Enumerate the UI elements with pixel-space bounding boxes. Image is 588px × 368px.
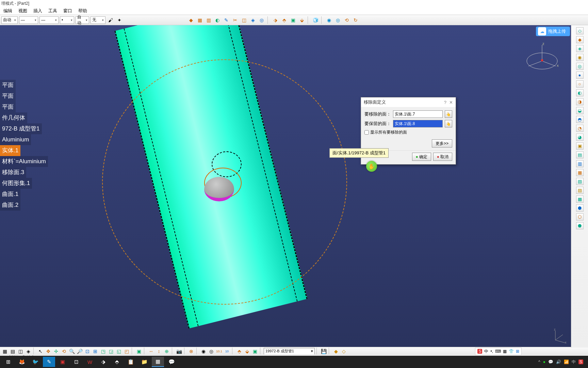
btool-icon[interactable]: 10.1 — [216, 348, 223, 355]
tray-icon[interactable]: ^ — [538, 359, 540, 364]
faces-to-remove-input[interactable]: 实体.1\面.7 — [393, 110, 443, 118]
tray-icon[interactable]: 🔊 — [556, 359, 561, 364]
combo-linestyle1[interactable]: — — [19, 16, 38, 24]
tool-g[interactable]: ◫ — [240, 16, 248, 24]
normal-view-icon[interactable]: ⊡ — [84, 348, 91, 355]
select-icon[interactable]: ↖ — [37, 348, 44, 355]
tool-i[interactable]: ◎ — [258, 16, 265, 24]
rtool-icon[interactable]: ▨ — [576, 187, 584, 194]
menu-edit[interactable]: 编辑 — [1, 7, 14, 15]
combo-auto[interactable]: 自动 — [1, 16, 18, 24]
tree-item-selected[interactable]: 实体.1 — [0, 145, 20, 156]
ime-icon[interactable]: 👕 — [509, 349, 514, 354]
rtool-icon[interactable]: ● — [576, 72, 584, 79]
save-icon[interactable]: 💾 — [320, 348, 327, 355]
start-icon[interactable]: ⊞ — [2, 357, 14, 367]
faces-to-keep-input[interactable]: 实体.1\面.8 — [393, 120, 443, 127]
combo-linestyle2[interactable]: — — [39, 16, 59, 24]
viewport[interactable]: 平面 平面 平面 件几何体 972-B 成型管1 Aluminium 实体.1 … — [0, 25, 588, 348]
pick-icon[interactable]: 👆 — [445, 120, 452, 127]
btool-icon[interactable]: ▣ — [135, 348, 142, 355]
tool-a[interactable]: ◆ — [187, 16, 195, 24]
tree-item[interactable]: 平面 — [0, 102, 16, 112]
tool-d[interactable]: ◐ — [214, 16, 221, 24]
tool-n[interactable]: 🧊 — [312, 16, 319, 24]
btool-icon[interactable]: ▤ — [9, 348, 16, 355]
hide-icon[interactable]: ◰ — [123, 348, 130, 355]
rtool-icon[interactable]: ◇ — [576, 27, 584, 34]
menu-help[interactable]: 帮助 — [76, 7, 89, 15]
wechat-icon[interactable]: 💬 — [165, 357, 178, 367]
fit-icon[interactable]: ✥ — [45, 348, 52, 355]
rtool-icon[interactable]: ◐ — [576, 89, 584, 96]
tree-item[interactable]: 何图形集.1 — [0, 178, 32, 189]
ime-icon[interactable]: •, — [490, 349, 493, 354]
rtool-icon[interactable]: ◆ — [576, 36, 584, 43]
tree-item[interactable]: Aluminium — [0, 134, 31, 145]
btool-icon[interactable]: ◉ — [200, 348, 207, 355]
wps-icon[interactable]: W — [84, 357, 96, 367]
help-icon[interactable]: ? — [444, 100, 446, 105]
tree-item[interactable]: 972-B 成型管1 — [0, 123, 42, 134]
menu-insert[interactable]: 插入 — [31, 7, 44, 15]
ime-toolbar[interactable]: S 中 •, ⌨ ▦ 👕 ⊞ — [475, 348, 522, 355]
rtool-icon[interactable]: ⬣ — [576, 222, 584, 229]
multi-view-icon[interactable]: ⊞ — [92, 348, 99, 355]
tool-m[interactable]: ⬙ — [298, 16, 306, 24]
app-icon[interactable]: 🐦 — [29, 357, 42, 367]
ok-button[interactable]: ●确定 — [412, 153, 431, 161]
combo-point[interactable]: • — [60, 16, 74, 24]
btool-icon[interactable]: ⬘ — [236, 348, 243, 355]
ime-icon[interactable]: ▦ — [503, 349, 507, 354]
tree-item[interactable]: 移除面.3 — [0, 167, 26, 178]
app-icon[interactable]: ⬗ — [97, 357, 110, 367]
rtool-icon[interactable]: ▥ — [576, 160, 584, 167]
brush-icon[interactable]: ✦ — [116, 16, 123, 24]
camera-icon[interactable]: 📷 — [176, 348, 182, 355]
tool-l[interactable]: ▣ — [289, 16, 297, 24]
btool-icon[interactable]: 10 — [224, 348, 230, 355]
dialog-titlebar[interactable]: 移除面定义 ? ✕ — [361, 97, 456, 107]
rtool-icon[interactable]: ⬡ — [576, 213, 584, 220]
btool-icon[interactable]: ◫ — [17, 348, 24, 355]
rotate-icon[interactable]: ⟲ — [61, 348, 67, 355]
rtool-icon[interactable]: ▧ — [576, 178, 584, 185]
paint-icon[interactable]: 🖌 — [107, 16, 114, 24]
btool-icon[interactable]: ◆ — [332, 348, 339, 355]
btool-icon[interactable]: ◈ — [25, 348, 32, 355]
tool-b[interactable]: ▦ — [196, 16, 203, 24]
combo-auto2[interactable]: 自动 — [76, 16, 89, 24]
zoom-in-icon[interactable]: 🔍 — [68, 348, 75, 355]
system-tray[interactable]: ^ ● 💬 🔊 📶 中 S — [538, 359, 586, 365]
iso-icon[interactable]: ◳ — [100, 348, 107, 355]
tray-icon[interactable]: 💬 — [548, 359, 553, 364]
tool-q[interactable]: ⟲ — [343, 16, 350, 24]
ime-lang[interactable]: 中 — [484, 349, 488, 354]
part-combo[interactable]: 19972-B 成型管1▾ — [264, 348, 315, 355]
tool-p[interactable]: ◎ — [334, 16, 342, 24]
upload-button[interactable]: ☁ 拖拽上传 — [536, 27, 570, 36]
tree-item[interactable]: 曲面.2 — [0, 200, 20, 211]
hole-face[interactable] — [204, 177, 234, 201]
rtool-icon[interactable]: ◈ — [576, 45, 584, 52]
show-all-checkbox[interactable] — [364, 130, 369, 135]
app-icon[interactable]: ⊡ — [70, 357, 82, 367]
menu-tools[interactable]: 工具 — [46, 7, 59, 15]
btool-icon[interactable]: ▣ — [251, 348, 258, 355]
rtool-icon[interactable]: ◒ — [576, 107, 584, 114]
more-button[interactable]: 更多>> — [432, 139, 452, 148]
rtool-icon[interactable]: ○ — [576, 80, 584, 88]
rtool-icon[interactable]: ◕ — [576, 134, 584, 141]
tool-o[interactable]: ◉ — [325, 16, 333, 24]
tool-c[interactable]: ▥ — [205, 16, 212, 24]
tool-h[interactable]: ◈ — [249, 16, 257, 24]
tray-icon[interactable]: 📶 — [564, 359, 569, 364]
pick-icon[interactable]: 👆 — [445, 110, 452, 118]
close-icon[interactable]: ✕ — [449, 100, 453, 105]
catia-icon[interactable]: ▦ — [152, 357, 164, 367]
rtool-icon[interactable]: ▩ — [576, 196, 584, 203]
tray-ime-icon[interactable]: S — [578, 359, 583, 364]
menu-window[interactable]: 窗口 — [61, 7, 74, 15]
rtool-icon[interactable]: ◉ — [576, 54, 584, 61]
btool-icon[interactable]: ⬙ — [244, 348, 250, 355]
